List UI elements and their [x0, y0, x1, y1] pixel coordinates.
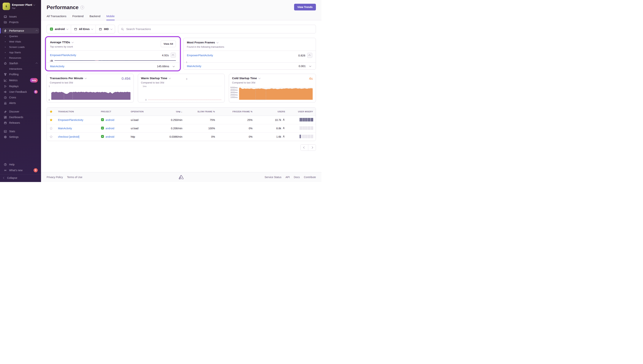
sidebar-item-issues[interactable]: Issues [2, 14, 39, 19]
active-nav-indicator [0, 28, 1, 34]
y-tick-label: 3000ms [230, 91, 238, 94]
performance-icon [3, 29, 7, 32]
column-header-operation[interactable]: OPERATION [128, 108, 152, 115]
project-link[interactable]: android [106, 135, 114, 138]
previous-page-button[interactable] [301, 144, 308, 150]
transaction-link[interactable]: EmpowerPlantActivity [50, 54, 160, 57]
footer-link-service-status[interactable]: Service Status [265, 176, 281, 179]
sidebar-item-releases[interactable]: Releases [2, 120, 39, 126]
search-transactions-input[interactable] [126, 28, 313, 31]
help-circle-icon[interactable]: ? [80, 6, 84, 9]
warm-startup-chart [148, 86, 222, 100]
footer-link-api[interactable]: API [285, 176, 290, 179]
warm-startup-title-dropdown[interactable]: Warm Startup Time [141, 76, 222, 80]
sidebar-item-discover[interactable]: Discover [2, 109, 39, 114]
transaction-link[interactable]: MainActivity [58, 127, 72, 130]
sidebar-item-crons[interactable]: Crons [2, 95, 39, 100]
footer-link-contribute[interactable]: Contribute [304, 176, 316, 179]
sidebar-item-label: Dashboards [9, 115, 23, 119]
chevron-down-icon [72, 41, 74, 43]
transaction-link[interactable]: EmpowerPlantActivity [187, 54, 296, 57]
sidebar-nav: IssuesProjectsPerformanceQueriesWeb Vita… [0, 12, 41, 140]
column-header-project[interactable]: PROJECT [98, 108, 128, 115]
settings-icon [3, 135, 7, 139]
sidebar-item-metrics[interactable]: Metricsbeta [2, 77, 39, 84]
date-range-filter[interactable]: 30D [96, 25, 115, 33]
footer-link-privacy-policy[interactable]: Privacy Policy [47, 176, 63, 179]
pagination [300, 144, 316, 151]
most-frozen-frames-title-dropdown[interactable]: Most Frozen Frames [187, 41, 312, 44]
view-trends-button[interactable]: View Trends [294, 4, 316, 10]
y-tick-label: 1 [49, 85, 50, 87]
y-tick-label: 0 [145, 99, 147, 101]
chevron-down-icon [169, 77, 171, 79]
transaction-link[interactable]: MainActivity [50, 65, 155, 68]
sidebar-item-dashboards[interactable]: Dashboards [2, 114, 39, 120]
sidebar-item-web-vitals[interactable]: Web Vitals [2, 39, 39, 44]
sidebar: Empower Plant Nar IssuesProjectsPerforma… [0, 0, 41, 182]
tpm-cell: 0.0386/min [152, 133, 185, 140]
sort-desc-icon: ↓ [181, 110, 182, 113]
sidebar-item-label: Crons [9, 96, 16, 99]
sidebar-item-settings[interactable]: Settings [2, 134, 39, 140]
sidebar-item-projects[interactable]: Projects [2, 19, 39, 25]
sidebar-item-label: Metrics [9, 78, 18, 82]
starred-icon[interactable] [47, 116, 55, 124]
column-header-slow-frame[interactable]: SLOW FRAME % [185, 108, 218, 115]
sidebar-item-user-feedback[interactable]: User FeedbackB [2, 89, 39, 95]
tab-backend[interactable]: Backend [90, 14, 100, 20]
sidebar-item-alerts[interactable]: Alerts [2, 100, 39, 106]
tab-frontend[interactable]: Frontend [72, 14, 84, 20]
sidebar-item-queries[interactable]: Queries [2, 34, 39, 39]
column-header-transaction[interactable]: TRANSACTION [55, 108, 98, 115]
unstarred-icon[interactable] [47, 124, 55, 132]
org-name: Empower Plant [12, 3, 32, 6]
sidebar-collapse-button[interactable]: Collapse [0, 174, 41, 182]
column-header-user-misery[interactable]: USER MISERY [288, 108, 316, 115]
column-header-users[interactable]: USERS [255, 108, 288, 115]
tab-all-transactions[interactable]: All Transactions [47, 14, 66, 20]
sidebar-item-screen-loads[interactable]: Screen Loads [2, 44, 39, 50]
sidebar-item-resources[interactable]: Resources [2, 55, 39, 60]
y-tick-label: 1000ms [230, 96, 238, 98]
view-all-button[interactable]: View All [161, 40, 176, 47]
sidebar-item-starfish[interactable]: Starfish [2, 60, 39, 66]
cold-startup-title-dropdown[interactable]: Cold Startup Time [232, 76, 313, 80]
sidebar-item-profiling[interactable]: Profiling [2, 72, 39, 77]
environment-filter[interactable]: All Envs [71, 25, 96, 33]
project-link[interactable]: android [106, 118, 114, 122]
cold-startup-time-card: Cold Startup Time Compared to last 30d 4… [229, 74, 316, 102]
sidebar-item-help[interactable]: Help [2, 162, 39, 167]
frozen-frame-cell: 0% [218, 133, 255, 140]
sidebar-item-performance[interactable]: Performance [2, 28, 39, 34]
average-ttids-title-dropdown[interactable]: Average TTIDs [50, 40, 161, 44]
expand-row-button[interactable] [171, 66, 176, 67]
column-header-tpm[interactable]: TPM ↓ [152, 108, 185, 116]
transaction-link[interactable]: EmpowerPlantActivity [58, 118, 83, 122]
star-column-header[interactable] [47, 108, 55, 116]
next-page-button[interactable] [308, 144, 316, 150]
footer-link-docs[interactable]: Docs [294, 176, 300, 179]
sidebar-item-interactions[interactable]: Interactions [2, 66, 39, 72]
users-cell: 1.6k [258, 135, 285, 138]
project-filter[interactable]: android [47, 25, 71, 33]
expand-row-button[interactable] [307, 66, 312, 67]
footer-link-terms-of-use[interactable]: Terms of Use [67, 176, 82, 179]
transaction-link[interactable]: checkout [android] [58, 135, 79, 138]
collapse-row-button[interactable] [171, 52, 176, 58]
project-link[interactable]: android [106, 127, 114, 130]
tpm-title-dropdown[interactable]: Transactions Per Minute [50, 76, 131, 80]
sidebar-item-app-starts[interactable]: App Starts [2, 50, 39, 55]
y-tick-label: 5000ms [230, 86, 238, 89]
sidebar-item-what-s-new[interactable]: What's new5 [2, 167, 39, 173]
sidebar-item-stats[interactable]: Stats [2, 128, 39, 134]
sidebar-item-replays[interactable]: Replays [2, 84, 39, 89]
collapse-row-button[interactable] [307, 53, 312, 58]
sidebar-item-label: Alerts [9, 101, 16, 105]
column-header-frozen-frame[interactable]: FROZEN FRAME % [218, 108, 255, 115]
unstarred-icon[interactable] [47, 133, 55, 140]
tab-mobile[interactable]: Mobile [106, 14, 115, 20]
transaction-link[interactable]: MainActivity [187, 65, 297, 68]
org-switcher[interactable]: Empower Plant Nar [0, 0, 41, 12]
y-tick-label: 4000ms [230, 89, 238, 91]
